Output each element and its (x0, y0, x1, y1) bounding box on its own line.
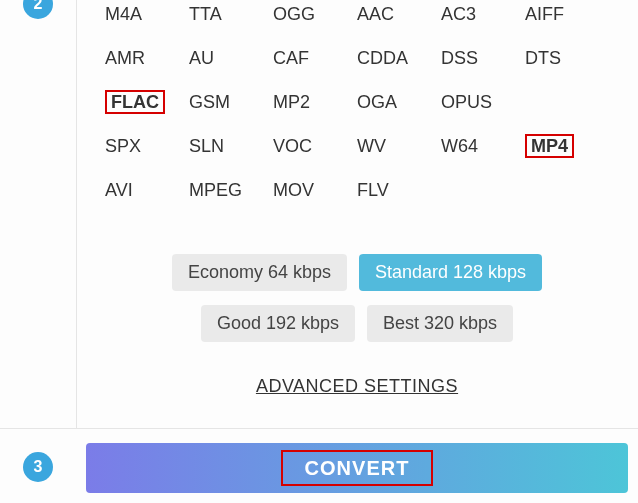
horizontal-divider (0, 428, 638, 429)
format-mp4[interactable]: MP4 (515, 136, 599, 157)
format-oga[interactable]: OGA (347, 92, 431, 113)
quality-section: Economy 64 kbps Standard 128 kbps Good 1… (76, 254, 638, 397)
format-mp4-highlight: MP4 (525, 134, 574, 158)
format-dts[interactable]: DTS (515, 48, 599, 69)
step-2-badge: 2 (23, 0, 53, 19)
convert-label: CONVERT (293, 453, 422, 484)
format-row: AMR AU CAF CDDA DSS DTS (95, 36, 628, 80)
format-caf[interactable]: CAF (263, 48, 347, 69)
format-row: AVI MPEG MOV FLV (95, 168, 628, 212)
format-row: SPX SLN VOC WV W64 MP4 (95, 124, 628, 168)
advanced-settings-link[interactable]: ADVANCED SETTINGS (256, 376, 458, 397)
format-mpeg[interactable]: MPEG (179, 180, 263, 201)
quality-good[interactable]: Good 192 kbps (201, 305, 355, 342)
format-wv[interactable]: WV (347, 136, 431, 157)
format-au[interactable]: AU (179, 48, 263, 69)
format-ogg[interactable]: OGG (263, 4, 347, 25)
convert-button[interactable]: CONVERT (86, 443, 628, 493)
convert-highlight: CONVERT (281, 450, 434, 486)
format-gsm[interactable]: GSM (179, 92, 263, 113)
format-flac[interactable]: FLAC (95, 92, 179, 113)
quality-row-1: Economy 64 kbps Standard 128 kbps (76, 254, 638, 291)
quality-economy[interactable]: Economy 64 kbps (172, 254, 347, 291)
format-avi[interactable]: AVI (95, 180, 179, 201)
format-flv[interactable]: FLV (347, 180, 431, 201)
format-cdda[interactable]: CDDA (347, 48, 431, 69)
format-amr[interactable]: AMR (95, 48, 179, 69)
format-row: FLAC GSM MP2 OGA OPUS (95, 80, 628, 124)
format-voc[interactable]: VOC (263, 136, 347, 157)
format-mov[interactable]: MOV (263, 180, 347, 201)
format-m4a[interactable]: M4A (95, 4, 179, 25)
format-tta[interactable]: TTA (179, 4, 263, 25)
format-aiff[interactable]: AIFF (515, 4, 599, 25)
format-sln[interactable]: SLN (179, 136, 263, 157)
step-3-badge: 3 (23, 452, 53, 482)
format-row: M4A TTA OGG AAC AC3 AIFF (95, 0, 628, 36)
format-opus[interactable]: OPUS (431, 92, 515, 113)
format-w64[interactable]: W64 (431, 136, 515, 157)
format-ac3[interactable]: AC3 (431, 4, 515, 25)
format-mp2[interactable]: MP2 (263, 92, 347, 113)
format-aac[interactable]: AAC (347, 4, 431, 25)
quality-best[interactable]: Best 320 kbps (367, 305, 513, 342)
format-grid: M4A TTA OGG AAC AC3 AIFF AMR AU CAF CDDA… (95, 0, 628, 212)
quality-standard[interactable]: Standard 128 kbps (359, 254, 542, 291)
format-spx[interactable]: SPX (95, 136, 179, 157)
format-flac-highlight: FLAC (105, 90, 165, 114)
quality-row-2: Good 192 kbps Best 320 kbps (76, 305, 638, 342)
format-dss[interactable]: DSS (431, 48, 515, 69)
